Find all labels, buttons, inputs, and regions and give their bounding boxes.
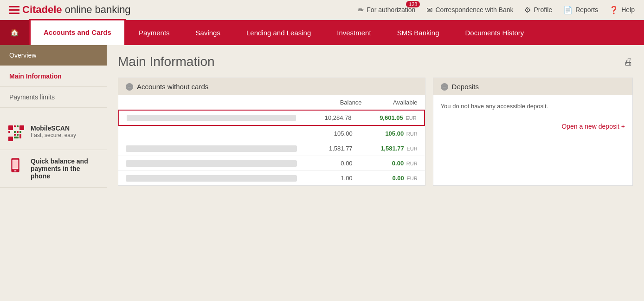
auth-button[interactable]: ✏ For authorization 128 [358, 6, 415, 14]
svg-rect-10 [17, 134, 19, 136]
nav-sms-banking[interactable]: SMS Banking [384, 20, 452, 45]
help-button[interactable]: ❓ Help [609, 6, 635, 14]
mobile-scan-title: MobileSCAN [31, 124, 76, 132]
profile-button[interactable]: ⚙ Profile [524, 6, 552, 14]
logo-area: Citadele online banking [9, 4, 131, 16]
correspondence-button[interactable]: ✉ Correspondence with Bank [426, 6, 513, 14]
logo: Citadele online banking [22, 4, 131, 16]
accounts-title: Accounts without cards [137, 83, 208, 91]
nav-home[interactable]: 🏠 [0, 20, 29, 45]
svg-rect-11 [19, 134, 21, 138]
sidebar-item-overview[interactable]: Overview [0, 45, 107, 66]
deposits-title: Deposits [452, 83, 479, 91]
nav-accounts-cards[interactable]: Accounts and Cards [29, 19, 126, 45]
reports-button[interactable]: 📄 Reports [563, 6, 598, 14]
hamburger-icon[interactable] [9, 6, 19, 14]
svg-rect-15 [14, 170, 17, 171]
nav-investment[interactable]: Investment [324, 20, 384, 45]
available-value: 0.00 EUR [353, 175, 418, 182]
accounts-table-header: Balance Available [118, 95, 425, 110]
help-icon: ❓ [609, 6, 618, 14]
help-label: Help [621, 6, 635, 13]
nav-payments[interactable]: Payments [126, 20, 183, 45]
reports-label: Reports [575, 6, 598, 13]
svg-rect-1 [14, 125, 16, 127]
quick-balance-promo[interactable]: Quick balance and payments in the phone [0, 150, 107, 188]
table-row[interactable]: 0.00 0.00 RUR [118, 156, 425, 170]
pencil-icon: ✏ [358, 6, 364, 14]
quick-balance-title: Quick balance and payments in the phone [31, 157, 99, 180]
svg-rect-7 [19, 131, 21, 133]
nav-lending-leasing[interactable]: Lending and Leasing [233, 20, 324, 45]
available-header: Available [362, 99, 418, 106]
mobile-scan-icon [7, 124, 25, 142]
available-value: 9,601.05 EUR [352, 114, 417, 121]
svg-rect-9 [14, 134, 16, 136]
main-layout: Overview Main Information Payments limit… [0, 45, 644, 259]
svg-rect-16 [13, 160, 18, 168]
cards-area: − Accounts without cards Balance Availab… [118, 78, 633, 186]
gear-icon: ⚙ [524, 6, 531, 14]
home-icon: 🏠 [10, 28, 19, 37]
balance-value: 10,284.78 [296, 114, 352, 121]
open-deposit-button[interactable]: Open a new deposit + [433, 117, 632, 136]
balance-value: 1,581.77 [297, 145, 353, 152]
account-name [127, 115, 296, 121]
mail-icon: ✉ [426, 6, 432, 14]
page-title: Main Information [118, 54, 215, 69]
available-value: 1,581.77 EUR [353, 145, 418, 152]
profile-label: Profile [534, 6, 552, 13]
content-area: Main Information 🖨 − Accounts without ca… [107, 45, 644, 259]
svg-rect-4 [8, 131, 10, 133]
accounts-section: − Accounts without cards Balance Availab… [118, 78, 425, 186]
sidebar: Overview Main Information Payments limit… [0, 45, 107, 259]
account-name [126, 145, 297, 152]
accounts-header: − Accounts without cards [118, 78, 425, 95]
header-nav: ✏ For authorization 128 ✉ Correspondence… [358, 6, 635, 14]
nav-bar: 🏠 Accounts and Cards Payments Savings Le… [0, 20, 644, 45]
svg-rect-2 [17, 125, 19, 127]
table-row[interactable]: 1.00 0.00 EUR [118, 170, 425, 185]
print-icon[interactable]: 🖨 [624, 57, 633, 67]
balance-value: 1.00 [297, 175, 353, 182]
mobile-scan-subtitle: Fast, secure, easy [31, 132, 76, 138]
sidebar-item-main-info[interactable]: Main Information [0, 66, 107, 87]
logo-brand: Citadele [22, 4, 62, 15]
deposits-section: − Deposits You do not have any accessibl… [433, 78, 633, 186]
collapse-accounts-icon[interactable]: − [126, 83, 133, 91]
sidebar-item-payments-limits[interactable]: Payments limits [0, 87, 107, 108]
logo-suffix: online banking [62, 4, 131, 15]
account-name [126, 175, 297, 182]
account-name [126, 160, 297, 167]
auth-badge: 128 [406, 1, 420, 7]
svg-rect-8 [8, 137, 13, 141]
balance-header: Balance [306, 99, 362, 106]
nav-documents-history[interactable]: Documents History [452, 20, 537, 45]
document-icon: 📄 [563, 6, 573, 14]
balance-value: 0.00 [297, 160, 353, 167]
balance-value: 105.00 [297, 130, 353, 137]
available-value: 0.00 RUR [353, 160, 418, 167]
svg-rect-5 [14, 131, 16, 133]
deposits-empty-message: You do not have any accessible deposit. [433, 95, 632, 117]
table-row[interactable]: 10,284.78 9,601.05 EUR [118, 110, 425, 126]
quick-balance-text: Quick balance and payments in the phone [31, 157, 99, 180]
mobile-scan-text: MobileSCAN Fast, secure, easy [31, 124, 76, 138]
svg-rect-3 [19, 125, 24, 130]
svg-rect-6 [17, 131, 19, 133]
table-row[interactable]: 105.00 105.00 RUR [118, 126, 425, 141]
deposits-header: − Deposits [433, 78, 632, 95]
collapse-deposits-icon[interactable]: − [441, 83, 448, 91]
correspondence-label: Correspondence with Bank [435, 6, 513, 13]
svg-rect-12 [14, 137, 19, 138]
mobile-scan-promo[interactable]: MobileSCAN Fast, secure, easy [0, 117, 107, 150]
nav-savings[interactable]: Savings [183, 20, 233, 45]
available-value: 105.00 RUR [353, 130, 418, 137]
header: Citadele online banking ✏ For authorizat… [0, 0, 644, 20]
phone-icon [7, 157, 25, 175]
table-row[interactable]: 1,581.77 1,581.77 EUR [118, 141, 425, 156]
page-title-area: Main Information 🖨 [118, 54, 633, 69]
svg-rect-0 [8, 125, 13, 130]
